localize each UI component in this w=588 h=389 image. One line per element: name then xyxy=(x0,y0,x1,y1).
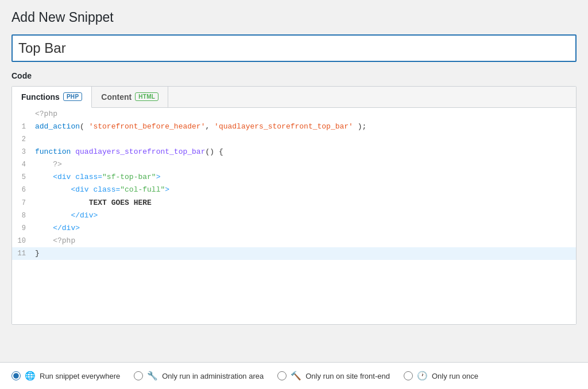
code-line-8: 8 </div> xyxy=(12,209,576,222)
radio-everywhere[interactable] xyxy=(11,371,21,380)
line-content-4: ?> xyxy=(35,158,576,171)
page-title: Add New Snippet xyxy=(11,9,577,26)
line-content-8: </div> xyxy=(35,209,576,222)
code-line-4: 4 ?> xyxy=(12,158,576,171)
tab-content-label: Content xyxy=(101,92,131,102)
tabs-header: Functions PHP Content HTML xyxy=(12,87,576,108)
radio-once-label: Only run once xyxy=(432,372,478,380)
code-line-empty4 xyxy=(12,308,576,324)
line-content-6: <div class="col-full"> xyxy=(35,184,576,196)
code-line-9: 9 </div> xyxy=(12,222,576,235)
radio-option-everywhere[interactable]: 🌐 Run snippet everywhere xyxy=(11,371,120,381)
line-number-1: 1 xyxy=(12,120,35,133)
line-number-empty1 xyxy=(12,260,35,260)
hammer-icon: 🔨 xyxy=(291,371,301,381)
line-content-5: <div class="sf-top-bar"> xyxy=(35,171,576,184)
tab-functions-badge: PHP xyxy=(63,92,82,101)
code-line-5: 5 <div class="sf-top-bar"> xyxy=(12,171,576,184)
code-line-6: 6 <div class="col-full"> xyxy=(12,184,576,196)
radio-admin[interactable] xyxy=(134,371,143,380)
line-content-3: function quadlayers_storefront_top_bar()… xyxy=(35,146,576,158)
code-line-3: 3 function quadlayers_storefront_top_bar… xyxy=(12,146,576,158)
line-number-10: 10 xyxy=(12,235,35,247)
line-number-9: 9 xyxy=(12,222,35,234)
radio-admin-label: Only run in administration area xyxy=(162,372,264,380)
clock-icon: 🕐 xyxy=(417,371,428,381)
code-line-0: <?php xyxy=(12,108,576,120)
code-label: Code xyxy=(11,71,577,80)
line-number-6: 6 xyxy=(12,184,35,196)
tabs-container: Functions PHP Content HTML <?php 1 add_a… xyxy=(11,86,577,325)
code-line-1: 1 add_action( 'storefront_before_header'… xyxy=(12,120,576,133)
line-content-empty3 xyxy=(35,292,576,305)
page-container: Add New Snippet Code Functions PHP Conte… xyxy=(0,0,588,389)
line-content-empty1 xyxy=(35,260,576,273)
line-number-empty3 xyxy=(12,292,35,293)
code-line-2: 2 xyxy=(12,133,576,146)
code-line-10: 10 <?php xyxy=(12,235,576,247)
code-editor[interactable]: <?php 1 add_action( 'storefront_before_h… xyxy=(12,108,576,324)
tab-content-badge: HTML xyxy=(135,92,158,101)
line-content-11: } xyxy=(35,247,576,260)
line-content-empty4 xyxy=(35,308,576,321)
line-number-5: 5 xyxy=(12,171,35,183)
radio-option-once[interactable]: 🕐 Only run once xyxy=(404,371,478,381)
radio-frontend[interactable] xyxy=(277,371,287,380)
line-content-0: <?php xyxy=(35,108,576,120)
line-content-empty2 xyxy=(35,276,576,289)
code-line-11: 11 } xyxy=(12,247,576,260)
radio-everywhere-label: Run snippet everywhere xyxy=(40,372,120,380)
line-content-7: TEXT GOES HERE xyxy=(35,197,576,209)
code-line-empty3 xyxy=(12,292,576,308)
code-line-empty2 xyxy=(12,276,576,292)
line-number-0 xyxy=(12,108,35,108)
globe-icon: 🌐 xyxy=(25,371,36,381)
line-number-11: 11 xyxy=(12,247,35,259)
line-number-7: 7 xyxy=(12,197,35,209)
bottom-bar: 🌐 Run snippet everywhere 🔧 Only run in a… xyxy=(0,362,588,389)
radio-option-frontend[interactable]: 🔨 Only run on site front-end xyxy=(277,371,390,381)
radio-once[interactable] xyxy=(404,371,413,380)
snippet-name-input[interactable] xyxy=(11,34,577,62)
code-line-7: 7 TEXT GOES HERE xyxy=(12,197,576,209)
line-number-2: 2 xyxy=(12,133,35,145)
line-content-1: add_action( 'storefront_before_header', … xyxy=(35,120,576,133)
line-content-9: </div> xyxy=(35,222,576,235)
line-number-empty4 xyxy=(12,308,35,309)
line-content-2 xyxy=(35,133,576,146)
tab-functions[interactable]: Functions PHP xyxy=(12,87,92,108)
line-content-10: <?php xyxy=(35,235,576,247)
line-number-8: 8 xyxy=(12,209,35,221)
tab-content[interactable]: Content HTML xyxy=(92,87,168,107)
radio-option-admin[interactable]: 🔧 Only run in administration area xyxy=(134,371,264,381)
radio-frontend-label: Only run on site front-end xyxy=(305,372,390,380)
tab-functions-label: Functions xyxy=(21,92,60,102)
line-number-4: 4 xyxy=(12,158,35,170)
line-number-empty2 xyxy=(12,276,35,277)
line-number-3: 3 xyxy=(12,146,35,158)
code-line-empty1 xyxy=(12,260,576,276)
wrench-icon: 🔧 xyxy=(147,371,158,381)
